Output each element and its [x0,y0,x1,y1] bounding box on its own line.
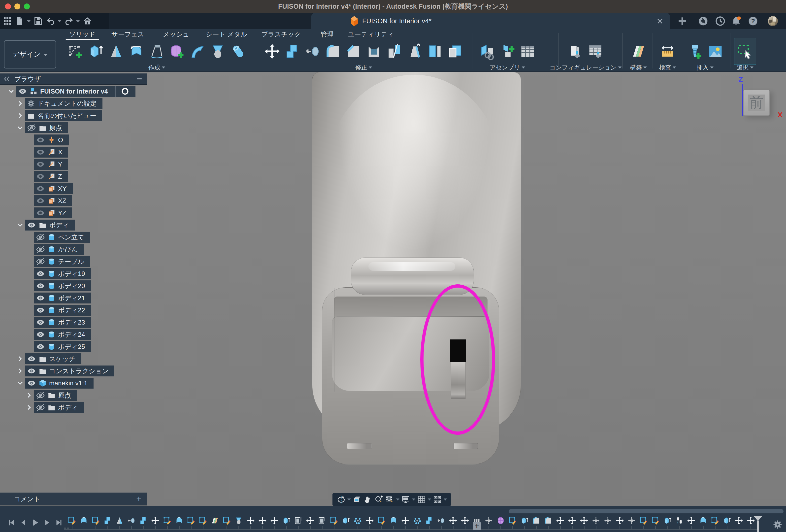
create-form-button[interactable] [167,41,187,62]
timeline-feature-presspull[interactable] [127,516,136,525]
timeline-feature-align[interactable] [627,516,636,525]
timeline-feature-combine[interactable] [139,516,148,525]
minimize-panel-icon[interactable] [135,75,143,83]
playback-step-forward-button[interactable] [43,518,52,527]
layout-grid-icon[interactable] [417,495,426,504]
tree-row[interactable]: 名前の付いたビュー [25,110,102,121]
document-tab[interactable]: FUISON for Interior v4* [311,13,670,29]
chevron-right-icon[interactable] [16,99,24,108]
construction-plane-button[interactable] [628,41,649,62]
apps-grid-icon[interactable] [2,16,13,26]
offset-face-button[interactable] [425,41,445,62]
dropdown-caret-icon[interactable] [412,499,415,501]
timeline-feature-move[interactable] [580,516,588,525]
extrude-button[interactable] [86,41,106,62]
select-tool-button[interactable] [735,41,755,62]
timeline-feature-combine[interactable] [103,516,112,525]
group-label-作成[interactable]: 作成 [148,64,165,71]
combine-button[interactable] [282,41,303,62]
chevron-right-icon[interactable] [16,354,24,363]
timeline-feature-sketch[interactable] [711,516,719,525]
eye-slash-icon[interactable] [36,245,45,254]
viewcube-front-face[interactable]: 前 [743,90,770,116]
chevron-down-icon[interactable] [7,87,15,95]
timeline-scrollbar[interactable] [509,509,784,513]
collapse-panel-icon[interactable] [2,75,11,83]
tree-row[interactable]: ボディ24 [34,329,91,340]
timeline-feature-slider[interactable] [472,516,481,525]
tree-row[interactable]: コンストラクション [25,366,114,376]
timeline-feature-align[interactable] [592,516,600,525]
dropdown-caret-icon[interactable] [396,499,399,501]
eye-icon[interactable] [36,318,45,327]
configuration-button[interactable] [565,41,585,62]
fillet-button[interactable] [323,41,343,62]
tree-row[interactable]: ボディ22 [34,305,91,316]
home-icon[interactable] [83,16,92,26]
split-body-button[interactable] [384,41,404,62]
new-component-button[interactable] [497,41,517,62]
group-label-コンフィギュレーション[interactable]: コンフィギュレーション [550,64,622,71]
timeline-feature-move[interactable] [461,516,469,525]
chevron-down-icon[interactable] [16,379,24,387]
replace-face-button[interactable] [445,41,465,62]
timeline-feature-move[interactable] [746,516,755,525]
tree-row[interactable]: ボディ [34,402,84,413]
timeline-feature-bfill[interactable] [294,516,303,525]
timeline-feature-sketch[interactable] [199,516,207,525]
zoom-icon[interactable] [374,495,384,504]
tree-row[interactable]: O [34,135,69,145]
playback-skip-end-button[interactable] [54,518,64,527]
timeline-feature-move[interactable] [365,516,374,525]
timeline-feature-align[interactable] [484,516,493,525]
configuration-table-button[interactable] [585,41,606,62]
group-label-アセンブリ[interactable]: アセンブリ [490,64,525,71]
insert-fastener-button[interactable] [685,41,705,62]
timeline-feature-cone[interactable] [115,516,124,525]
redo-icon[interactable] [64,16,74,26]
tree-row[interactable]: YZ [34,207,72,218]
timeline-feature-revolve[interactable] [699,516,708,525]
timeline-feature-revolve[interactable] [389,516,398,525]
timeline-feature-extrude[interactable] [722,516,732,525]
group-label-構築[interactable]: 構築 [630,64,647,71]
dropdown-caret-icon[interactable] [27,20,31,22]
eye-icon[interactable] [36,342,45,351]
eye-dim-icon[interactable] [36,160,45,169]
timeline-feature-revolve[interactable] [175,516,184,525]
tree-row[interactable]: テーブル [34,256,90,267]
eye-icon[interactable] [36,281,45,291]
eye-icon[interactable] [27,366,36,376]
eye-icon[interactable] [36,293,45,303]
draft-button[interactable] [404,41,425,62]
timeline-feature-extrude[interactable] [341,516,350,525]
extensions-icon[interactable] [698,16,709,27]
tree-row[interactable]: ドキュメントの設定 [25,98,102,109]
tree-row[interactable]: 原点 [34,390,77,401]
timeline-feature-sketch[interactable] [639,516,648,525]
display-settings-icon[interactable] [401,495,410,504]
timeline-feature-sketch[interactable] [329,516,339,525]
eye-slash-icon[interactable] [36,403,45,412]
user-avatar[interactable] [767,16,778,27]
timeline-feature-cylinders[interactable]: 4 [675,516,684,525]
tree-row[interactable]: X [34,147,68,158]
timeline-feature-pattern[interactable] [413,516,422,525]
cone-button[interactable] [106,41,126,62]
group-label-修正[interactable]: 修正 [355,64,372,71]
pan-icon[interactable] [363,495,373,504]
workspace-selector[interactable]: デザイン [4,40,56,68]
tree-row[interactable]: ボディ25 [34,341,91,352]
chevron-right-icon[interactable] [16,111,24,120]
tree-row[interactable]: XZ [34,195,72,206]
loft-button[interactable] [147,41,167,62]
tree-row[interactable]: ボディ21 [34,293,91,303]
timeline-feature-fillet[interactable] [532,516,541,525]
viewports-icon[interactable] [433,495,442,504]
tree-row[interactable]: ボディ23 [34,317,91,328]
eye-slash-icon[interactable] [36,257,45,266]
activate-component-radio[interactable] [115,86,130,97]
eye-slash-icon[interactable] [36,232,45,242]
tree-row[interactable]: かびん [34,244,84,255]
timeline-feature-sketch[interactable] [163,516,172,525]
